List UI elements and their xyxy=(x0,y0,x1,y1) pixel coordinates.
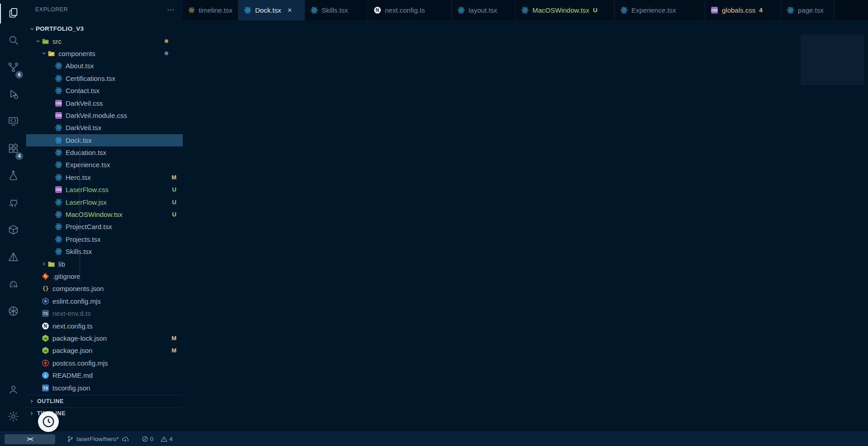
tree-item-projectcard-tsx[interactable]: ProjectCard.tsx xyxy=(26,221,183,233)
explorer-sidebar: EXPLORER ⋯ PORTFOLIO_V3</>srccomponentsA… xyxy=(26,0,183,432)
react-icon xyxy=(620,6,628,14)
tree-item-next-env-d-ts[interactable]: TSnext-env.d.ts xyxy=(26,307,183,319)
activitybar-pyramid-extension[interactable] xyxy=(0,244,26,271)
git-branch-item[interactable]: laserFlow/hero* xyxy=(67,436,129,443)
git-status-badge: M xyxy=(171,174,176,181)
tab-macoswindow-tsx[interactable]: MacOSWindow.tsxU xyxy=(516,0,615,20)
tree-item-certifications-tsx[interactable]: Certifications.tsx xyxy=(26,72,183,85)
overview-ruler[interactable] xyxy=(864,20,868,432)
activitybar-settings[interactable] xyxy=(0,404,26,431)
tree-item-postcss-config-mjs[interactable]: postcss.config.mjs xyxy=(26,357,183,369)
tab-page-tsx[interactable]: page.tsx xyxy=(781,0,835,20)
sidebar-title: EXPLORER xyxy=(35,6,68,13)
tab-next-config-ts[interactable]: Nnext.config.ts xyxy=(368,0,452,20)
tree-item-darkveil-css[interactable]: CSSDarkVeil.css xyxy=(26,97,183,109)
tree-item-darkveil-tsx[interactable]: DarkVeil.tsx xyxy=(26,122,183,134)
tree-item-education-tsx[interactable]: Education.tsx xyxy=(26,146,183,159)
activitybar-explorer[interactable] xyxy=(0,0,26,27)
tree-item-components[interactable]: components xyxy=(26,47,183,60)
status-right xyxy=(862,432,868,446)
minimap[interactable] xyxy=(801,28,864,432)
tree-item-darkveil-module-css[interactable]: CSSDarkVeil.module.css xyxy=(26,109,183,122)
code-editor[interactable] xyxy=(183,35,801,432)
problems-item[interactable]: 0 4 xyxy=(142,436,173,442)
eslint-icon xyxy=(42,297,49,305)
tree-item-next-config-ts[interactable]: Nnext.config.ts xyxy=(26,319,183,332)
tree-item-experience-tsx[interactable]: Experience.tsx xyxy=(26,159,183,171)
tree-item-label: DarkVeil.module.css xyxy=(66,112,127,119)
folder-src-icon: </> xyxy=(42,38,49,45)
tab-label: MacOSWindow.tsx xyxy=(532,6,589,14)
svg-text:JS: JS xyxy=(43,349,47,352)
react-icon xyxy=(55,149,62,156)
tree-item-skills-tsx[interactable]: Skills.tsx xyxy=(26,245,183,258)
tree-item-eslint-config-mjs[interactable]: eslint.config.mjs xyxy=(26,295,183,307)
tree-item-src[interactable]: </>src xyxy=(26,35,183,47)
tree-item-laserflow-css[interactable]: CSSLaserFlow.cssU xyxy=(26,183,183,196)
tree-item-lib[interactable]: lib xyxy=(26,258,183,270)
error-count: 0 xyxy=(150,436,154,442)
svg-text:CSS: CSS xyxy=(56,188,62,192)
activitybar-testing[interactable] xyxy=(0,163,26,190)
errors-icon xyxy=(142,436,148,442)
activitybar-extensions[interactable]: 4 xyxy=(0,136,26,163)
activitybar-postgresql[interactable] xyxy=(0,271,26,298)
tree-item-tsconfig-json[interactable]: TStsconfig.json xyxy=(26,381,183,394)
tab-globals-css[interactable]: CSSglobals.css4 xyxy=(705,0,781,20)
sidebar-more-actions-icon[interactable]: ⋯ xyxy=(164,5,177,14)
react-icon xyxy=(55,235,62,243)
react-icon xyxy=(188,6,195,14)
tree-item-label: package.json xyxy=(52,347,92,354)
next-icon: N xyxy=(374,6,381,14)
tree-item-gitignore[interactable]: .gitignore xyxy=(26,270,183,282)
tab-timeline-tsx[interactable]: timeline.tsx xyxy=(183,0,238,20)
tree-item-about-tsx[interactable]: About.tsx xyxy=(26,60,183,72)
chevron-down-icon xyxy=(28,26,36,32)
tree-item-readme-md[interactable]: iREADME.md xyxy=(26,369,183,381)
tree-item-laserflow-jsx[interactable]: LaserFlow.jsxU xyxy=(26,196,183,208)
tree-item-components-json[interactable]: {}components.json xyxy=(26,282,183,295)
outline-section[interactable]: OUTLINE xyxy=(26,395,183,407)
activitybar-source-control[interactable]: 6 xyxy=(0,54,26,81)
postgresql-icon xyxy=(7,278,19,292)
tree-item-hero-tsx[interactable]: Hero.tsxM xyxy=(26,171,183,183)
tab-badge: 4 xyxy=(759,7,763,14)
tree-item-label: Skills.tsx xyxy=(66,248,92,255)
tree-item-contact-tsx[interactable]: Contact.tsx xyxy=(26,85,183,97)
chevron-right-icon xyxy=(26,411,37,416)
react-icon xyxy=(55,124,62,131)
svg-text:i: i xyxy=(45,373,46,378)
tab-experience-tsx[interactable]: Experience.tsx xyxy=(615,0,705,20)
tree-item-macoswindow-tsx[interactable]: MacOSWindow.tsxU xyxy=(26,208,183,221)
tree-item-label: DarkVeil.tsx xyxy=(66,124,101,131)
clock-icon xyxy=(42,415,55,428)
tree-item-package-json[interactable]: JSpackage.jsonM xyxy=(26,344,183,357)
close-icon[interactable]: × xyxy=(288,6,292,14)
tree-item-label: LaserFlow.jsx xyxy=(66,198,107,206)
activitybar-kubernetes[interactable] xyxy=(0,298,26,325)
remote-indicator[interactable]: >< xyxy=(5,434,55,444)
css-icon: CSS xyxy=(711,6,718,14)
tree-item-label: ProjectCard.tsx xyxy=(66,223,112,230)
tab-label: Skills.tsx xyxy=(322,6,348,14)
tree-item-projects-tsx[interactable]: Projects.tsx xyxy=(26,233,183,245)
activitybar-accounts[interactable] xyxy=(0,376,26,404)
tab-skills-tsx[interactable]: Skills.tsx xyxy=(305,0,368,20)
kubernetes-icon xyxy=(7,305,19,319)
tree-item-dock-tsx[interactable]: Dock.tsx xyxy=(26,134,183,146)
tab-layout-tsx[interactable]: layout.tsx xyxy=(452,0,516,20)
tab-label: layout.tsx xyxy=(469,6,497,14)
tree-item-label: Projects.tsx xyxy=(66,235,101,243)
outline-label: OUTLINE xyxy=(37,398,64,404)
react-icon xyxy=(55,223,62,230)
activitybar-search[interactable] xyxy=(0,27,26,54)
activitybar-run-and-debug[interactable] xyxy=(0,81,26,108)
activitybar-remote-explorer[interactable] xyxy=(0,108,26,136)
tree-item-label: LaserFlow.css xyxy=(66,186,109,193)
tree-item-package-lock-json[interactable]: JSpackage-lock.jsonM xyxy=(26,332,183,344)
tree-root-portfolio-v3[interactable]: PORTFOLIO_V3 xyxy=(26,23,183,35)
activitybar-github[interactable] xyxy=(0,190,26,217)
tab-dock-tsx[interactable]: Dock.tsx× xyxy=(238,0,305,20)
activitybar-containers[interactable] xyxy=(0,217,26,244)
clock-notification[interactable] xyxy=(38,411,59,432)
